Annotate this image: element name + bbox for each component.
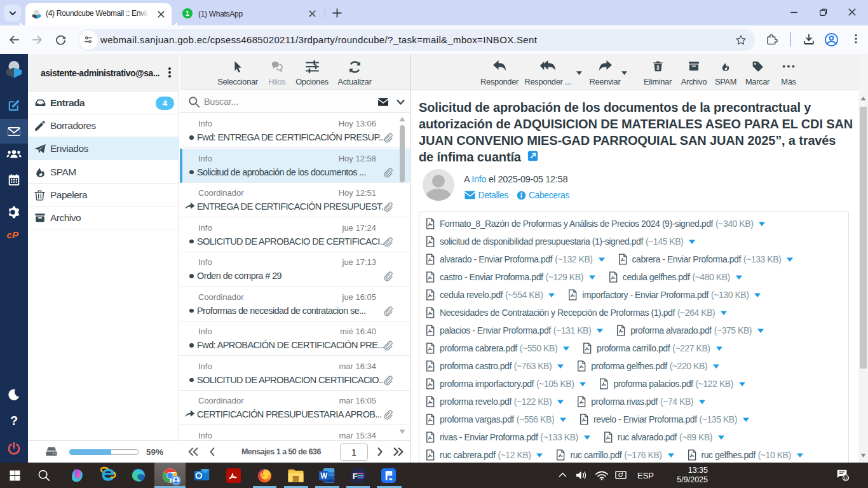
- svg-text:1: 1: [186, 10, 189, 17]
- svg-text:10: 10: [843, 475, 848, 481]
- svg-text:F: F: [352, 471, 357, 480]
- svg-text:cP: cP: [6, 229, 19, 240]
